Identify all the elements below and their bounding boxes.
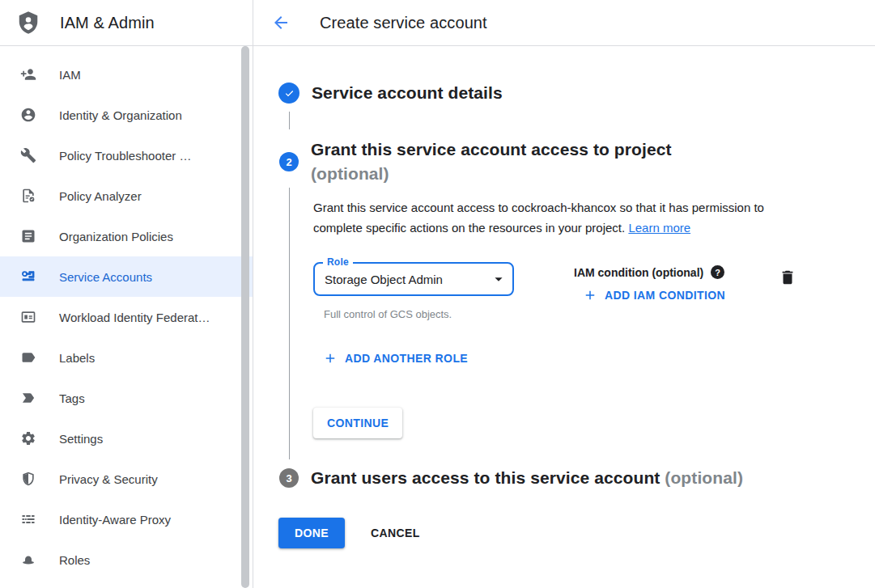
role-select[interactable]: Role Storage Object Admin xyxy=(313,262,514,296)
iam-admin-shield-logo-icon xyxy=(16,11,40,35)
learn-more-link[interactable]: Learn more xyxy=(628,221,690,235)
tag-icon xyxy=(20,390,36,406)
roles-hat-icon xyxy=(20,552,36,568)
sidebar-item-label: Service Accounts xyxy=(59,270,152,284)
account-circle-icon xyxy=(20,107,36,123)
sidebar-item-service-accounts[interactable]: Service Accounts xyxy=(0,256,253,297)
person-add-icon xyxy=(20,66,36,82)
article-icon xyxy=(20,228,36,244)
wrench-icon xyxy=(20,147,36,163)
sidebar-item-label: Settings xyxy=(59,432,103,446)
step-connector xyxy=(289,112,290,129)
role-helper-text: Full control of GCS objects. xyxy=(313,308,514,320)
sidebar-item-settings[interactable]: Settings xyxy=(0,418,253,459)
sidebar-scrollbar-thumb[interactable] xyxy=(241,46,249,588)
page-header: Create service account xyxy=(253,0,875,46)
iam-condition-label: IAM condition (optional) xyxy=(574,266,703,279)
sidebar-item-label: Identity-Aware Proxy xyxy=(59,513,171,527)
sidebar-item-label: Labels xyxy=(59,351,95,365)
sidebar-item-organization-policies[interactable]: Organization Policies xyxy=(0,216,253,256)
step-connector xyxy=(289,188,290,459)
done-button[interactable]: DONE xyxy=(278,518,345,548)
cancel-button[interactable]: CANCEL xyxy=(371,527,420,539)
page-title: Create service account xyxy=(320,14,487,32)
sidebar-item-identity-aware-proxy[interactable]: Identity-Aware Proxy xyxy=(0,499,253,539)
plus-icon xyxy=(583,288,597,302)
step3-row: 3 Grant users access to this service acc… xyxy=(279,466,875,490)
sidebar-item-workload-identity-federation[interactable]: Workload Identity Federat… xyxy=(0,297,253,337)
step2-title: Grant this service account access to pro… xyxy=(311,137,672,186)
delete-role-button[interactable] xyxy=(779,269,796,289)
sidebar-item-label: Tags xyxy=(59,391,85,405)
sidebar-item-privacy-security[interactable]: Privacy & Security xyxy=(0,459,253,499)
sidebar-item-label: Policy Troubleshooter … xyxy=(59,149,191,163)
sidebar-header: IAM & Admin xyxy=(0,0,253,46)
sidebar-item-roles[interactable]: Roles xyxy=(0,539,253,580)
step2-row: 2 Grant this service account access to p… xyxy=(279,137,875,186)
dropdown-arrow-icon xyxy=(490,270,508,288)
help-icon[interactable]: ? xyxy=(711,265,724,279)
step2-optional-label: (optional) xyxy=(311,162,672,186)
sidebar-item-label: Policy Analyzer xyxy=(59,189,142,203)
shield-icon xyxy=(20,471,36,487)
service-account-key-icon xyxy=(20,269,36,285)
sidebar-item-tags[interactable]: Tags xyxy=(0,378,253,418)
sidebar-item-label: Roles xyxy=(59,553,90,567)
sidebar-item-labels[interactable]: Labels xyxy=(0,337,253,378)
step1-title: Service account details xyxy=(312,81,503,105)
proxy-icon xyxy=(20,511,36,527)
sidebar-item-label: Identity & Organization xyxy=(59,108,182,122)
brand-title: IAM & Admin xyxy=(60,14,155,32)
create-service-account-form: Service account details 2 Grant this ser… xyxy=(253,46,875,588)
step3-number-badge: 3 xyxy=(279,468,299,488)
role-field-label: Role xyxy=(323,256,353,268)
label-icon xyxy=(20,349,36,366)
policy-analyzer-icon xyxy=(20,188,36,204)
sidebar-item-identity-organization[interactable]: Identity & Organization xyxy=(0,95,253,135)
sidebar-item-policy-troubleshooter[interactable]: Policy Troubleshooter … xyxy=(0,135,253,176)
continue-button[interactable]: CONTINUE xyxy=(313,408,402,438)
iam-condition-header: IAM condition (optional) ? xyxy=(574,262,725,279)
role-row: Role Storage Object Admin Full control o… xyxy=(313,262,875,320)
step3-title: Grant users access to this service accou… xyxy=(311,466,743,490)
role-column: Role Storage Object Admin Full control o… xyxy=(313,262,514,320)
sidebar-item-label: Workload Identity Federat… xyxy=(59,311,210,324)
back-arrow-icon[interactable] xyxy=(271,13,291,32)
sidebar-item-iam[interactable]: IAM xyxy=(0,54,253,95)
sidebar-item-label: Privacy & Security xyxy=(59,472,158,486)
card-icon xyxy=(20,309,36,325)
plus-icon xyxy=(323,351,338,366)
step2-number-badge: 2 xyxy=(279,152,299,171)
gear-icon xyxy=(20,430,36,446)
sidebar-item-policy-analyzer[interactable]: Policy Analyzer xyxy=(0,176,253,216)
step1-row: Service account details xyxy=(279,81,875,105)
app-window: IAM & Admin Create service account IAM I… xyxy=(0,0,875,588)
sidebar-item-label: IAM xyxy=(59,68,81,82)
sidebar: IAM Identity & Organization Policy Troub… xyxy=(0,46,253,588)
add-iam-condition-button[interactable]: ADD IAM CONDITION xyxy=(583,288,725,302)
step1-complete-check-icon xyxy=(278,82,299,104)
step2-description: Grant this service account access to coc… xyxy=(313,197,794,238)
form-actions: DONE CANCEL xyxy=(278,518,875,548)
step2-body: Grant this service account access to coc… xyxy=(253,186,875,459)
add-another-role-button[interactable]: ADD ANOTHER ROLE xyxy=(323,351,468,366)
role-selected-value: Storage Object Admin xyxy=(325,273,443,286)
step3-optional-label: (optional) xyxy=(665,468,743,487)
iam-condition-column: IAM condition (optional) ? ADD IAM CONDI… xyxy=(574,262,725,302)
sidebar-item-label: Organization Policies xyxy=(59,230,173,243)
trash-icon xyxy=(779,269,796,286)
